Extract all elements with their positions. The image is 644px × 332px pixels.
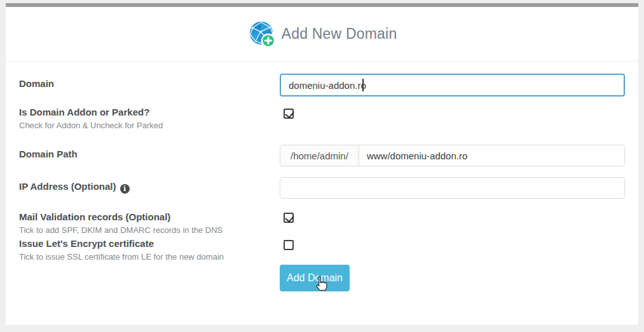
domain-input[interactable] (280, 74, 625, 96)
globe-add-icon (247, 20, 277, 49)
mail-validation-label: Mail Validation records (Optional) (19, 211, 170, 222)
mail-validation-helper: Tick to add SPF, DKIM and DMARC records … (19, 225, 273, 236)
mail-validation-label-group: Mail Validation records (Optional) Tick … (19, 211, 273, 236)
add-domain-button[interactable]: Add Domain (280, 265, 350, 291)
addon-parked-checkbox[interactable] (284, 109, 294, 119)
domain-path-group: /home/admin/ (280, 145, 625, 166)
addon-parked-label-group: Is Domain Addon or Parked? Check for Add… (19, 107, 273, 131)
mail-validation-checkbox[interactable] (284, 213, 294, 223)
domain-path-label: Domain Path (19, 149, 78, 160)
domain-path-prefix: /home/admin/ (280, 145, 359, 166)
lets-encrypt-helper: Tick to issue SSL certificate from LE fo… (19, 252, 273, 262)
lets-encrypt-checkbox[interactable] (284, 240, 294, 250)
lets-encrypt-label-group: Issue Let's Encrypt certificate Tick to … (19, 238, 273, 262)
ip-address-label-group: IP Address (Optional)i (19, 181, 130, 194)
add-domain-panel: Add New Domain Domain Is Domain Addon or… (6, 3, 638, 325)
addon-parked-label: Is Domain Addon or Parked? (19, 107, 149, 117)
lets-encrypt-label: Issue Let's Encrypt certificate (19, 238, 154, 249)
page-title: Add New Domain (282, 25, 397, 43)
panel-header: Add New Domain (6, 7, 638, 62)
addon-parked-helper: Check for Addon & Uncheck for Parked (19, 121, 273, 131)
page-background: Add New Domain Domain Is Domain Addon or… (0, 0, 644, 332)
domain-input-wrap (280, 74, 625, 96)
domain-path-input[interactable] (359, 145, 624, 166)
ip-address-label: IP Address (Optional) (19, 181, 116, 192)
info-icon: i (120, 184, 130, 194)
text-caret (362, 79, 364, 91)
domain-label: Domain (19, 78, 54, 90)
ip-address-input[interactable] (280, 177, 625, 199)
